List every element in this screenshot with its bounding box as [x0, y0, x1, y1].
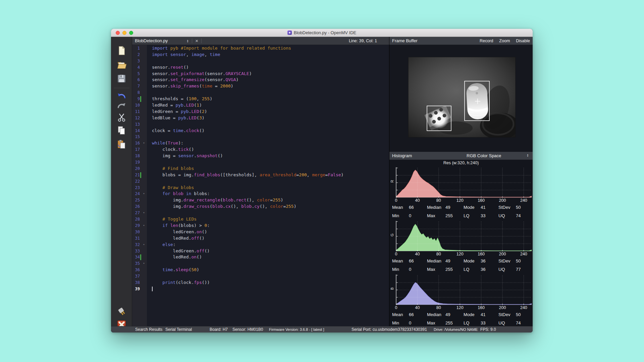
change-marker-slot [140, 197, 141, 203]
x-axis-tick-labels: 04080120160200240 [395, 305, 532, 311]
code-line[interactable]: 35▾ [132, 260, 389, 267]
code-line[interactable]: 21 blobs = img.find_blobs([thresholds], … [132, 172, 389, 178]
zoom-window-button[interactable] [129, 31, 133, 35]
tab-close-icon[interactable]: × [194, 38, 200, 44]
stat-value: 50 [516, 312, 521, 317]
search-results-button[interactable]: Search Results [135, 327, 162, 332]
connect-button[interactable] [116, 306, 127, 317]
code-line[interactable]: 30 ledGreen.on() [132, 229, 389, 235]
code-line[interactable]: 20 # Find blobs [132, 166, 389, 172]
code-line[interactable]: 17 clock.tick() [132, 146, 389, 153]
change-marker-slot [140, 147, 141, 153]
color-space-dropdown[interactable]: RGB Color Space [467, 153, 501, 158]
code-line[interactable]: 25 img.draw_rectangle(blob.rect(), color… [132, 197, 389, 203]
fold-arrow-icon[interactable]: ▾ [141, 223, 147, 229]
code-text: ledGreen = pyb.LED(2) [147, 109, 207, 115]
color-space-stepper-icon[interactable]: ▴▾ [527, 154, 528, 157]
line-number: 22 [132, 178, 140, 185]
code-line[interactable]: 37 [132, 273, 389, 280]
code-line[interactable]: 31 ledRed.off() [132, 235, 389, 242]
serial-terminal-button[interactable]: Serial Terminal [165, 327, 192, 332]
code-line[interactable]: 8 [132, 89, 389, 96]
cut-button[interactable] [116, 112, 127, 123]
undo-icon [116, 90, 127, 101]
new-file-button[interactable] [116, 45, 127, 56]
histogram-plot-R [395, 167, 532, 198]
fold-arrow-icon[interactable]: ▾ [141, 140, 147, 146]
new-file-icon [116, 45, 127, 56]
zoom-button[interactable]: Zoom [499, 39, 510, 43]
code-line[interactable]: 29▾ if len(blobs) > 0: [132, 223, 389, 229]
code-text: import pyb #Import module for board rela… [147, 45, 291, 52]
code-line[interactable]: 7sensor.skip_frames(time = 2000) [132, 83, 389, 89]
line-number: 3 [132, 58, 140, 64]
code-line[interactable]: 11ledGreen = pyb.LED(2) [132, 109, 389, 115]
paste-button[interactable] [116, 139, 127, 149]
code-line[interactable]: 9thresholds = (100, 255) [132, 96, 389, 102]
change-marker-slot [140, 46, 141, 51]
histogram-channel-R: R04080120160200240Mean66Median49Mode41St… [389, 167, 533, 221]
code-line[interactable]: 23 # Draw blobs [132, 185, 389, 191]
code-line[interactable]: 26 img.draw_cross(blob.cx(), blob.cy(), … [132, 203, 389, 210]
fold-arrow-icon[interactable]: ▾ [141, 242, 147, 248]
line-number: 32 [132, 242, 140, 248]
code-line[interactable]: 14clock = time.clock() [132, 128, 389, 134]
code-line[interactable]: 22 [132, 178, 389, 185]
line-number: 21 [132, 172, 140, 178]
code-line[interactable]: 18 img = sensor.snapshot() [132, 153, 389, 159]
code-area[interactable]: 1import pyb #Import module for board rel… [132, 45, 389, 326]
code-line[interactable]: 38 print(clock.fps()) [132, 280, 389, 286]
code-line[interactable]: 33 ledGreen.off() [132, 248, 389, 254]
stat-value: 49 [445, 205, 450, 210]
fold-arrow-icon[interactable]: ▾ [141, 210, 147, 216]
stat-label: UQ [498, 213, 505, 218]
code-line[interactable]: 10ledRed = pyb.LED(1) [132, 102, 389, 109]
stat-label: UQ [498, 267, 505, 272]
code-line[interactable]: 6sensor.set_framesize(sensor.QVGA) [132, 77, 389, 83]
code-line[interactable]: 1import pyb #Import module for board rel… [132, 45, 389, 52]
code-line[interactable]: 19 [132, 159, 389, 166]
code-line[interactable]: 32▾ else: [132, 242, 389, 248]
tick-label: 40 [415, 252, 420, 256]
board-status: Board: H7 [210, 327, 228, 332]
code-line[interactable]: 24▾ for blob in blobs: [132, 191, 389, 197]
save-file-button[interactable] [116, 73, 127, 84]
tab-switcher-icon[interactable]: ▴▾ [187, 39, 189, 43]
minimize-window-button[interactable] [122, 31, 126, 35]
tick-label: 240 [520, 305, 527, 310]
line-number: 1 [132, 45, 140, 52]
code-line[interactable]: 36 time.sleep(50) [132, 267, 389, 273]
code-line[interactable]: 2import sensor, image, time [132, 52, 389, 58]
tab-bar: BlobDetection.py ▴▾ × Line: 39, Col: 1 [132, 37, 389, 45]
tick-label: 240 [520, 252, 527, 256]
stat-label: Mean [392, 258, 403, 263]
disable-button[interactable]: Disable [516, 39, 530, 43]
stat-value: 0 [409, 320, 411, 325]
undo-button[interactable] [116, 90, 127, 101]
code-line[interactable]: 28 # Toggle LEDs [132, 216, 389, 223]
fps-status: FPS: 9.0 [480, 327, 496, 332]
redo-button[interactable] [116, 100, 127, 111]
tick-label: 120 [457, 305, 464, 310]
code-text: sensor.set_framesize(sensor.QVGA) [147, 77, 238, 83]
copy-button[interactable] [116, 125, 127, 136]
line-number: 38 [132, 280, 140, 286]
stat-label: Median [427, 258, 441, 263]
close-window-button[interactable] [116, 31, 120, 35]
code-line[interactable]: 39 [132, 286, 389, 292]
title-bar[interactable]: BlobDetection.py - OpenMV IDE [111, 29, 533, 37]
record-button[interactable]: Record [480, 39, 493, 43]
code-line[interactable]: 3 [132, 58, 389, 64]
tab-blobdetection[interactable]: BlobDetection.py ▴▾ × [132, 37, 203, 45]
code-line[interactable]: 15 [132, 134, 389, 140]
code-line[interactable]: 4sensor.reset() [132, 64, 389, 71]
code-line[interactable]: 16▾while(True): [132, 140, 389, 146]
code-line[interactable]: 27▾ [132, 210, 389, 216]
code-line[interactable]: 12ledBlue = pyb.LED(3) [132, 115, 389, 121]
code-line[interactable]: 13 [132, 121, 389, 128]
code-line[interactable]: 34 ledRed.on() [132, 254, 389, 260]
open-file-button[interactable] [116, 60, 127, 70]
fold-arrow-icon[interactable]: ▾ [141, 191, 147, 197]
fold-arrow-icon[interactable]: ▾ [141, 260, 147, 267]
code-line[interactable]: 5sensor.set_pixformat(sensor.GRAYSCALE) [132, 71, 389, 77]
